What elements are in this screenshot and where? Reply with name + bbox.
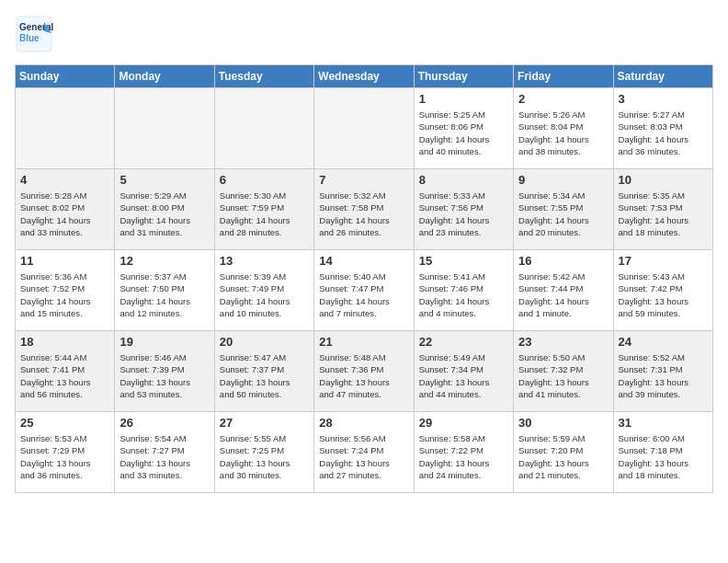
day-info: Sunrise: 5:54 AM Sunset: 7:27 PM Dayligh…: [119, 432, 209, 481]
calendar-week-row: 18Sunrise: 5:44 AM Sunset: 7:41 PM Dayli…: [16, 331, 713, 412]
day-info: Sunrise: 5:40 AM Sunset: 7:47 PM Dayligh…: [319, 270, 408, 319]
day-info: Sunrise: 5:27 AM Sunset: 8:03 PM Dayligh…: [619, 109, 708, 157]
calendar-cell: 5Sunrise: 5:29 AM Sunset: 8:00 PM Daylig…: [115, 169, 214, 250]
day-info: Sunrise: 5:25 AM Sunset: 8:06 PM Dayligh…: [419, 109, 508, 157]
day-number: 15: [419, 254, 508, 268]
day-info: Sunrise: 5:41 AM Sunset: 7:46 PM Dayligh…: [419, 270, 508, 319]
calendar-cell: 4Sunrise: 5:28 AM Sunset: 8:02 PM Daylig…: [16, 169, 115, 250]
calendar-cell: [314, 88, 414, 169]
day-info: Sunrise: 5:28 AM Sunset: 8:02 PM Dayligh…: [20, 190, 109, 238]
day-info: Sunrise: 5:47 AM Sunset: 7:37 PM Dayligh…: [220, 351, 309, 400]
day-number: 13: [220, 254, 309, 268]
day-info: Sunrise: 5:56 AM Sunset: 7:24 PM Dayligh…: [319, 432, 408, 481]
day-number: 7: [319, 173, 408, 187]
day-number: 30: [518, 416, 608, 430]
day-info: Sunrise: 5:58 AM Sunset: 7:22 PM Dayligh…: [419, 432, 508, 481]
calendar-week-row: 25Sunrise: 5:53 AM Sunset: 7:29 PM Dayli…: [16, 412, 713, 493]
weekday-header: Monday: [115, 65, 214, 88]
calendar-cell: 20Sunrise: 5:47 AM Sunset: 7:37 PM Dayli…: [214, 331, 313, 412]
day-info: Sunrise: 5:32 AM Sunset: 7:58 PM Dayligh…: [319, 190, 408, 238]
day-number: 5: [119, 173, 209, 187]
day-number: 17: [619, 254, 708, 268]
day-info: Sunrise: 5:30 AM Sunset: 7:59 PM Dayligh…: [220, 190, 309, 238]
calendar-cell: 28Sunrise: 5:56 AM Sunset: 7:24 PM Dayli…: [314, 412, 414, 493]
day-info: Sunrise: 5:46 AM Sunset: 7:39 PM Dayligh…: [119, 351, 209, 400]
page-header: General Blue: [15, 15, 713, 53]
weekday-header: Tuesday: [214, 65, 313, 88]
day-number: 1: [419, 92, 508, 106]
calendar-cell: 27Sunrise: 5:55 AM Sunset: 7:25 PM Dayli…: [214, 412, 313, 493]
weekday-header: Wednesday: [314, 65, 414, 88]
day-number: 19: [119, 335, 209, 349]
day-number: 18: [20, 335, 109, 349]
day-info: Sunrise: 5:44 AM Sunset: 7:41 PM Dayligh…: [20, 351, 109, 400]
logo: General Blue: [15, 15, 53, 53]
calendar-cell: 15Sunrise: 5:41 AM Sunset: 7:46 PM Dayli…: [414, 250, 513, 331]
calendar-cell: 25Sunrise: 5:53 AM Sunset: 7:29 PM Dayli…: [16, 412, 115, 493]
weekday-header: Saturday: [613, 65, 712, 88]
calendar-week-row: 4Sunrise: 5:28 AM Sunset: 8:02 PM Daylig…: [16, 169, 713, 250]
svg-text:Blue: Blue: [19, 33, 40, 43]
day-info: Sunrise: 5:39 AM Sunset: 7:49 PM Dayligh…: [220, 270, 309, 319]
day-info: Sunrise: 5:48 AM Sunset: 7:36 PM Dayligh…: [319, 351, 408, 400]
day-number: 31: [619, 416, 708, 430]
calendar-table: SundayMondayTuesdayWednesdayThursdayFrid…: [15, 64, 713, 493]
day-number: 21: [319, 335, 408, 349]
day-number: 4: [20, 173, 109, 187]
calendar-cell: 8Sunrise: 5:33 AM Sunset: 7:56 PM Daylig…: [414, 169, 513, 250]
weekday-header-row: SundayMondayTuesdayWednesdayThursdayFrid…: [16, 65, 713, 88]
calendar-cell: 9Sunrise: 5:34 AM Sunset: 7:55 PM Daylig…: [514, 169, 613, 250]
day-number: 28: [319, 416, 408, 430]
day-info: Sunrise: 5:50 AM Sunset: 7:32 PM Dayligh…: [518, 351, 608, 400]
day-info: Sunrise: 5:33 AM Sunset: 7:56 PM Dayligh…: [419, 190, 508, 238]
calendar-cell: 13Sunrise: 5:39 AM Sunset: 7:49 PM Dayli…: [214, 250, 313, 331]
day-number: 22: [419, 335, 508, 349]
day-number: 9: [518, 173, 608, 187]
calendar-cell: 16Sunrise: 5:42 AM Sunset: 7:44 PM Dayli…: [514, 250, 613, 331]
logo-icon: General Blue: [15, 15, 53, 53]
day-info: Sunrise: 5:37 AM Sunset: 7:50 PM Dayligh…: [119, 270, 209, 319]
calendar-cell: [115, 88, 214, 169]
day-info: Sunrise: 5:29 AM Sunset: 8:00 PM Dayligh…: [119, 190, 209, 238]
day-info: Sunrise: 5:53 AM Sunset: 7:29 PM Dayligh…: [20, 432, 109, 481]
calendar-cell: 29Sunrise: 5:58 AM Sunset: 7:22 PM Dayli…: [414, 412, 513, 493]
calendar-cell: 7Sunrise: 5:32 AM Sunset: 7:58 PM Daylig…: [314, 169, 414, 250]
day-info: Sunrise: 6:00 AM Sunset: 7:18 PM Dayligh…: [619, 432, 708, 481]
day-number: 10: [619, 173, 708, 187]
day-number: 6: [220, 173, 309, 187]
day-info: Sunrise: 5:35 AM Sunset: 7:53 PM Dayligh…: [619, 190, 708, 238]
calendar-cell: 6Sunrise: 5:30 AM Sunset: 7:59 PM Daylig…: [214, 169, 313, 250]
day-number: 2: [518, 92, 608, 106]
calendar-cell: 14Sunrise: 5:40 AM Sunset: 7:47 PM Dayli…: [314, 250, 414, 331]
day-number: 20: [220, 335, 309, 349]
calendar-cell: 19Sunrise: 5:46 AM Sunset: 7:39 PM Dayli…: [115, 331, 214, 412]
day-info: Sunrise: 5:52 AM Sunset: 7:31 PM Dayligh…: [619, 351, 708, 400]
day-number: 14: [319, 254, 408, 268]
calendar-cell: [214, 88, 313, 169]
calendar-cell: 17Sunrise: 5:43 AM Sunset: 7:42 PM Dayli…: [613, 250, 712, 331]
day-number: 8: [419, 173, 508, 187]
calendar-cell: 11Sunrise: 5:36 AM Sunset: 7:52 PM Dayli…: [16, 250, 115, 331]
day-number: 27: [220, 416, 309, 430]
day-info: Sunrise: 5:34 AM Sunset: 7:55 PM Dayligh…: [518, 190, 608, 238]
day-number: 12: [119, 254, 209, 268]
day-info: Sunrise: 5:42 AM Sunset: 7:44 PM Dayligh…: [518, 270, 608, 319]
calendar-cell: 24Sunrise: 5:52 AM Sunset: 7:31 PM Dayli…: [613, 331, 712, 412]
calendar-cell: 30Sunrise: 5:59 AM Sunset: 7:20 PM Dayli…: [514, 412, 613, 493]
calendar-cell: 2Sunrise: 5:26 AM Sunset: 8:04 PM Daylig…: [514, 88, 613, 169]
weekday-header: Friday: [514, 65, 613, 88]
day-number: 29: [419, 416, 508, 430]
weekday-header: Thursday: [414, 65, 513, 88]
day-info: Sunrise: 5:55 AM Sunset: 7:25 PM Dayligh…: [220, 432, 309, 481]
calendar-cell: 31Sunrise: 6:00 AM Sunset: 7:18 PM Dayli…: [613, 412, 712, 493]
calendar-cell: 21Sunrise: 5:48 AM Sunset: 7:36 PM Dayli…: [314, 331, 414, 412]
day-number: 25: [20, 416, 109, 430]
day-info: Sunrise: 5:49 AM Sunset: 7:34 PM Dayligh…: [419, 351, 508, 400]
day-number: 24: [619, 335, 708, 349]
calendar-week-row: 11Sunrise: 5:36 AM Sunset: 7:52 PM Dayli…: [16, 250, 713, 331]
calendar-cell: 1Sunrise: 5:25 AM Sunset: 8:06 PM Daylig…: [414, 88, 513, 169]
day-info: Sunrise: 5:59 AM Sunset: 7:20 PM Dayligh…: [518, 432, 608, 481]
calendar-cell: [16, 88, 115, 169]
day-number: 23: [518, 335, 608, 349]
day-number: 26: [119, 416, 209, 430]
